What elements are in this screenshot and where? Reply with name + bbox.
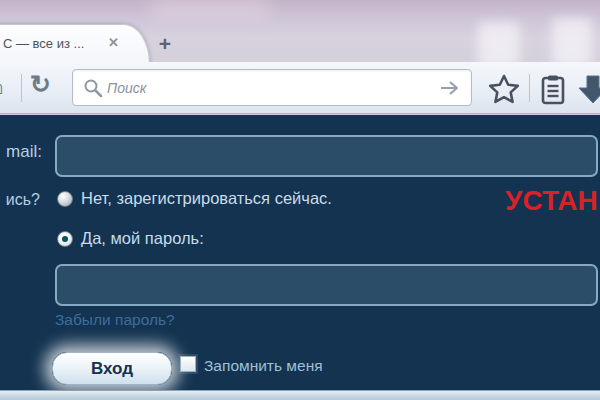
theme-blur-shape bbox=[150, 2, 270, 16]
login-button[interactable]: Вход bbox=[52, 352, 172, 385]
forgot-password-link[interactable]: Забыли пароль? bbox=[55, 311, 175, 329]
toolbar-divider bbox=[21, 74, 22, 102]
browser-window: С — все из ... ✕ + ⌂ ↻ mail: ис bbox=[0, 0, 600, 400]
reload-icon[interactable]: ↻ bbox=[30, 70, 51, 99]
tab-title: С — все из ... bbox=[3, 36, 84, 51]
radio-no-label[interactable]: Нет, зарегистрироваться сейчас. bbox=[81, 189, 332, 208]
toolbar-divider bbox=[529, 74, 530, 102]
email-input[interactable] bbox=[55, 135, 598, 177]
search-input[interactable] bbox=[107, 72, 427, 103]
radio-no-icon[interactable] bbox=[57, 191, 73, 207]
radio-selected-dot bbox=[62, 236, 68, 242]
radio-option-yes[interactable]: Да, мой пароль: bbox=[57, 229, 204, 248]
home-icon[interactable]: ⌂ bbox=[0, 70, 4, 101]
radio-yes-label[interactable]: Да, мой пароль: bbox=[81, 229, 204, 248]
status-strip bbox=[0, 390, 600, 400]
tab-close-icon[interactable]: ✕ bbox=[108, 35, 119, 50]
active-tab[interactable]: С — все из ... ✕ bbox=[0, 24, 150, 64]
remember-me-label[interactable]: Запомнить меня bbox=[204, 357, 323, 375]
search-bar[interactable] bbox=[72, 69, 472, 106]
registered-question-label: ись? bbox=[0, 191, 40, 209]
new-tab-button[interactable]: + bbox=[150, 28, 180, 60]
bookmark-star-icon[interactable] bbox=[487, 73, 521, 105]
email-label: mail: bbox=[0, 142, 42, 162]
radio-option-no[interactable]: Нет, зарегистрироваться сейчас. bbox=[57, 189, 332, 208]
theme-blur-shape bbox=[552, 18, 592, 68]
radio-yes-icon[interactable] bbox=[57, 231, 73, 247]
download-arrow-icon[interactable] bbox=[576, 72, 600, 106]
remember-me-checkbox[interactable] bbox=[180, 356, 196, 372]
search-icon bbox=[83, 78, 103, 98]
clipboard-icon[interactable] bbox=[538, 74, 568, 106]
go-arrow-icon[interactable] bbox=[439, 78, 461, 98]
install-alert-text: УСТАН bbox=[505, 185, 598, 217]
password-input[interactable] bbox=[55, 264, 598, 306]
